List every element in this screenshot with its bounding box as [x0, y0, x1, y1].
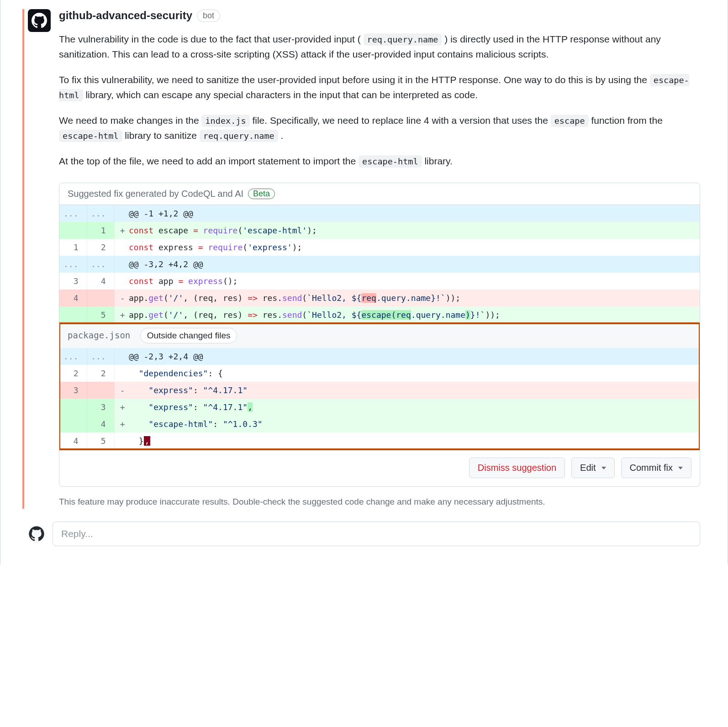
- diff-marker: -: [114, 290, 127, 306]
- old-line-number: [59, 222, 87, 239]
- old-line-number: 2: [59, 365, 87, 382]
- diff-row: 22 "dependencies": {: [59, 365, 700, 382]
- caret-down-icon: [601, 467, 606, 469]
- highlighted-diff-section: package.json Outside changed files .....…: [59, 323, 700, 450]
- diff-code: "escape-html": "^1.0.3": [127, 416, 700, 432]
- inline-code: escape: [551, 115, 589, 127]
- new-line-number: 5: [87, 432, 114, 449]
- diff-row: 3+ "express": "^4.17.1",: [59, 399, 700, 416]
- diff-marker: [114, 205, 127, 222]
- diff-code: @@ -3,2 +4,2 @@: [127, 256, 700, 273]
- old-line-number: [59, 416, 87, 432]
- diff-code: },: [127, 432, 700, 449]
- diff-header-text: Suggested fix generated by CodeQL and AI: [68, 189, 243, 199]
- diff-code: @@ -1 +1,2 @@: [127, 205, 700, 222]
- octocat-icon: [28, 525, 45, 543]
- inline-code: req.query.name: [364, 33, 442, 46]
- diff-marker: [114, 239, 127, 256]
- new-line-number: 4: [87, 273, 114, 290]
- diff-code: app.get('/', (req, res) => res.send(`Hel…: [127, 290, 700, 306]
- diff-header: Suggested fix generated by CodeQL and AI…: [59, 183, 700, 205]
- outside-changed-files-badge: Outside changed files: [140, 328, 237, 344]
- diff-row: ......@@ -1 +1,2 @@: [59, 205, 700, 222]
- new-line-number: ...: [87, 348, 114, 365]
- new-line-number: ...: [87, 256, 114, 273]
- diff-code: const app = express();: [127, 273, 700, 290]
- diff-marker: [114, 273, 127, 290]
- old-line-number: [59, 306, 87, 323]
- new-line-number: 4: [87, 416, 114, 432]
- diff-row: ......@@ -3,2 +4,2 @@: [59, 256, 700, 273]
- dismiss-suggestion-button[interactable]: Dismiss suggestion: [469, 458, 565, 478]
- action-row: Dismiss suggestion Edit Commit fix: [59, 449, 700, 486]
- diff-marker: -: [114, 382, 127, 399]
- diff-code: "dependencies": {: [127, 365, 700, 382]
- comment-body: The vulnerability in the code is due to …: [59, 32, 700, 169]
- old-line-number: [59, 399, 87, 416]
- diff-container: Suggested fix generated by CodeQL and AI…: [59, 183, 700, 487]
- diff-marker: +: [114, 399, 127, 416]
- commit-fix-button[interactable]: Commit fix: [621, 458, 691, 478]
- old-line-number: ...: [59, 256, 87, 273]
- new-line-number: 2: [87, 239, 114, 256]
- new-line-number: 5: [87, 306, 114, 323]
- diff-code: @@ -2,3 +2,4 @@: [127, 348, 700, 365]
- old-line-number: 3: [59, 273, 87, 290]
- diff-code: "express": "^4.17.1": [127, 382, 700, 399]
- diff-row: 12const express = require('express');: [59, 239, 700, 256]
- github-icon: [32, 13, 47, 28]
- bot-badge: bot: [197, 10, 220, 22]
- old-line-number: ...: [59, 205, 87, 222]
- diff-code: app.get('/', (req, res) => res.send(`Hel…: [127, 306, 700, 323]
- edit-button[interactable]: Edit: [571, 458, 614, 478]
- old-line-number: ...: [59, 348, 87, 365]
- diff-row: 3- "express": "^4.17.1": [59, 382, 700, 399]
- inline-code: escape-html: [359, 155, 422, 168]
- reply-input[interactable]: [53, 522, 700, 546]
- old-line-number: 4: [59, 290, 87, 306]
- new-line-number: [87, 382, 114, 399]
- beta-badge: Beta: [248, 189, 275, 199]
- diff-marker: +: [114, 222, 127, 239]
- old-line-number: 3: [59, 382, 87, 399]
- file-name: package.json: [68, 330, 130, 340]
- diff-marker: +: [114, 306, 127, 323]
- diff-table-1: ......@@ -1 +1,2 @@1+const escape = requ…: [59, 205, 700, 323]
- diff-row: 4-app.get('/', (req, res) => res.send(`H…: [59, 290, 700, 306]
- new-line-number: 3: [87, 399, 114, 416]
- diff-code: const escape = require('escape-html');: [127, 222, 700, 239]
- diff-code: "express": "^4.17.1",: [127, 399, 700, 416]
- new-line-number: [87, 290, 114, 306]
- diff-row: 5+app.get('/', (req, res) => res.send(`H…: [59, 306, 700, 323]
- disclaimer-text: This feature may produce inaccurate resu…: [59, 495, 700, 508]
- caret-down-icon: [678, 467, 683, 469]
- user-avatar[interactable]: [28, 525, 45, 543]
- diff-row: 34const app = express();: [59, 273, 700, 290]
- comment-box: github-advanced-security bot The vulnera…: [28, 9, 700, 509]
- old-line-number: 1: [59, 239, 87, 256]
- diff-row: 4+ "escape-html": "^1.0.3": [59, 416, 700, 432]
- diff-marker: +: [114, 416, 127, 432]
- author-row: github-advanced-security bot: [59, 9, 700, 22]
- diff-row: ......@@ -2,3 +2,4 @@: [59, 348, 700, 365]
- diff-code: const express = require('express');: [127, 239, 700, 256]
- diff-marker: [114, 256, 127, 273]
- new-line-number: ...: [87, 205, 114, 222]
- new-line-number: 1: [87, 222, 114, 239]
- diff-table-2: ......@@ -2,3 +2,4 @@22 "dependencies": …: [59, 348, 700, 449]
- inline-code: escape-html: [59, 130, 122, 142]
- diff-marker: [114, 348, 127, 365]
- diff-marker: [114, 432, 127, 449]
- diff-row: 1+const escape = require('escape-html');: [59, 222, 700, 239]
- author-name[interactable]: github-advanced-security: [59, 9, 192, 22]
- diff-marker: [114, 365, 127, 382]
- inline-code: req.query.name: [200, 130, 278, 142]
- diff-row: 45 },: [59, 432, 700, 449]
- author-avatar[interactable]: [28, 9, 51, 32]
- inline-code: index.js: [201, 115, 249, 127]
- diff-file-header: package.json Outside changed files: [59, 323, 700, 348]
- old-line-number: 4: [59, 432, 87, 449]
- reply-row: [28, 522, 700, 546]
- new-line-number: 2: [87, 365, 114, 382]
